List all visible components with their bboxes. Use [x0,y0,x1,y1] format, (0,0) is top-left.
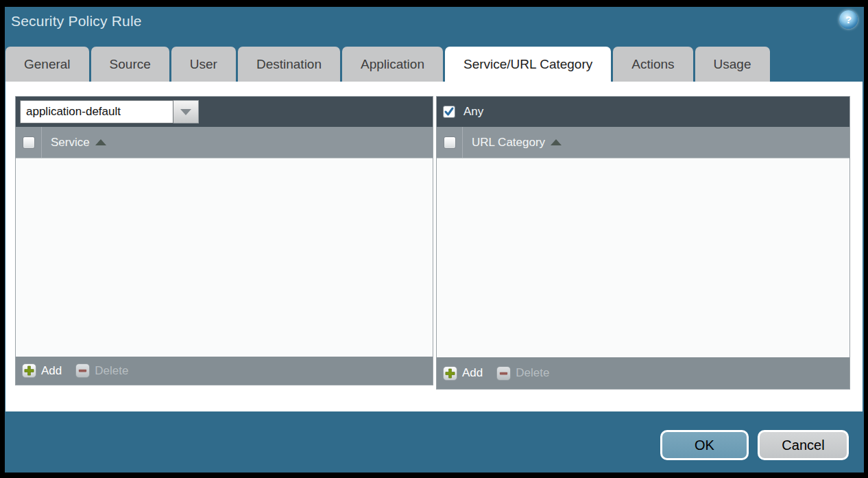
tab-content-area: Service Add Delete [5,82,863,411]
tab-destination[interactable]: Destination [238,47,340,82]
ok-button[interactable]: OK [660,430,749,460]
service-mode-input[interactable] [20,100,173,123]
service-column-label: Service [51,136,90,150]
service-list [16,158,433,357]
url-category-select-all-checkbox[interactable] [444,136,456,149]
sort-ascending-icon [551,139,562,145]
service-select-all-cell [16,127,42,158]
security-policy-rule-dialog: Security Policy Rule ? General Source Us… [5,7,864,473]
url-category-delete-label: Delete [516,366,549,380]
url-category-add-label: Add [462,366,483,380]
service-delete-label: Delete [95,364,128,378]
url-category-list [437,158,849,357]
url-category-column-header[interactable]: URL Category [472,136,562,150]
chevron-down-icon [180,109,191,115]
service-select-all-checkbox[interactable] [23,136,35,149]
service-mode-dropdown-button[interactable] [173,100,199,123]
tab-general[interactable]: General [5,47,89,82]
url-category-column-label: URL Category [472,136,545,150]
minus-icon [75,363,90,378]
minus-icon [496,366,511,381]
tab-application[interactable]: Application [342,47,443,82]
url-category-panel-footer: Add Delete [437,357,849,389]
url-category-panel: Any URL Category Add [436,96,850,390]
url-category-add-button[interactable]: Add [443,366,483,381]
tab-usage[interactable]: Usage [695,47,770,82]
tab-actions[interactable]: Actions [613,47,692,82]
any-checkbox[interactable] [443,106,455,118]
url-category-panel-header: Any [437,97,849,127]
any-checkbox-label: Any [463,105,483,119]
service-add-label: Add [41,364,62,378]
service-mode-dropdown [20,100,199,123]
plus-icon [22,363,36,378]
service-delete-button: Delete [75,363,128,378]
service-column-header-row: Service [16,127,433,158]
tab-service-url-category[interactable]: Service/URL Category [445,47,611,82]
tab-bar: General Source User Destination Applicat… [5,47,770,82]
url-category-delete-button: Delete [496,366,549,381]
plus-icon [443,366,457,381]
service-column-header[interactable]: Service [51,136,106,150]
tab-source[interactable]: Source [91,47,169,82]
service-panel: Service Add Delete [15,96,433,385]
sort-ascending-icon [95,139,106,145]
url-category-column-header-row: URL Category [437,127,849,158]
service-panel-header [16,97,433,127]
help-glyph: ? [845,14,852,25]
cancel-button[interactable]: Cancel [758,430,849,460]
tab-user[interactable]: User [171,47,236,82]
service-add-button[interactable]: Add [22,363,62,378]
dialog-title: Security Policy Rule [11,13,142,29]
help-icon[interactable]: ? [839,10,858,29]
service-panel-footer: Add Delete [16,357,433,385]
url-category-select-all-cell [437,127,463,158]
